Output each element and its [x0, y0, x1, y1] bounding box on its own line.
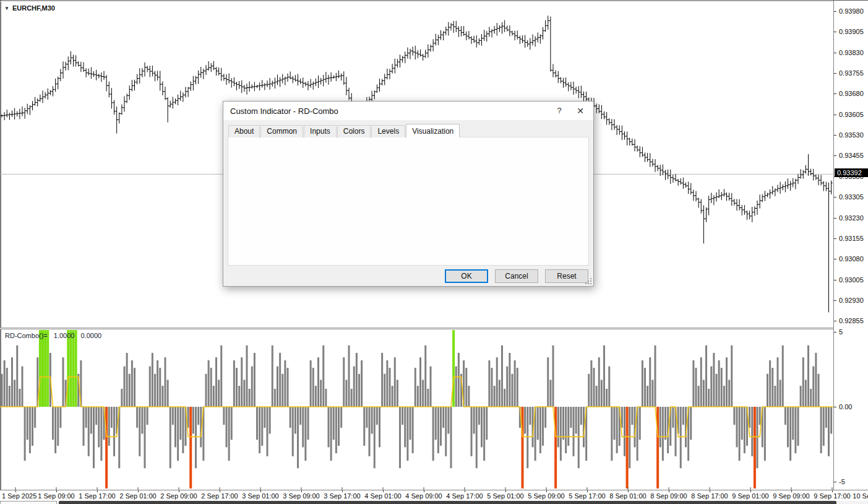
- histogram-bar: [205, 374, 207, 407]
- histogram-bar: [716, 374, 718, 407]
- time-axis-label: 2 Sep 09:00: [160, 492, 197, 500]
- scrollbar-thumb[interactable]: [59, 501, 836, 504]
- ohlc-bar: [118, 113, 121, 124]
- ohlc-bar: [751, 207, 754, 222]
- close-icon[interactable]: ✕: [571, 104, 590, 118]
- help-icon[interactable]: ?: [550, 104, 569, 118]
- ohlc-bar: [521, 35, 523, 43]
- histogram-bar: [567, 407, 569, 446]
- ohlc-bar: [256, 85, 258, 88]
- histogram-bar: [312, 368, 314, 407]
- ohlc-bar: [54, 79, 56, 92]
- histogram-bar: [774, 386, 776, 407]
- histogram-bar: [823, 407, 825, 446]
- resize-grip[interactable]: [585, 277, 591, 284]
- axis-tick: [834, 115, 836, 115]
- indicator-panel-canvas[interactable]: [0, 329, 833, 490]
- histogram-bar: [22, 367, 24, 407]
- ohlc-bar: [156, 71, 158, 80]
- histogram-bar: [751, 407, 753, 456]
- histogram-bar: [256, 407, 258, 440]
- indicator-axis-label: 5: [839, 328, 843, 336]
- histogram-bar: [95, 407, 97, 425]
- histogram-bar: [254, 353, 256, 407]
- price-axis-label: 0.93980: [839, 7, 864, 15]
- signal-histogram-bar: [626, 407, 629, 489]
- histogram-bar: [718, 360, 720, 407]
- histogram-bar: [317, 357, 319, 407]
- histogram-bar: [639, 407, 641, 440]
- price-axis-label: 0.93305: [839, 193, 864, 201]
- ohlc-bar: [424, 50, 427, 58]
- histogram-bar: [287, 368, 289, 407]
- ohlc-bar: [264, 83, 266, 90]
- tab-inputs[interactable]: Inputs: [304, 125, 337, 137]
- histogram-bar: [139, 407, 140, 456]
- ohlc-bar: [595, 103, 598, 113]
- ohlc-bar: [419, 50, 421, 57]
- histogram-bar: [52, 407, 54, 440]
- ohlc-bar: [736, 199, 738, 211]
- scrollbar-track-box[interactable]: [0, 501, 57, 504]
- reset-button[interactable]: Reset: [545, 269, 588, 283]
- histogram-bar: [800, 386, 802, 407]
- histogram-bar: [233, 360, 235, 407]
- histogram-bar: [366, 407, 367, 428]
- histogram-bar: [726, 357, 728, 407]
- ohlc-bar: [176, 95, 179, 105]
- histogram-bar: [322, 345, 324, 407]
- histogram-bar: [376, 407, 378, 425]
- histogram-bar: [784, 407, 786, 425]
- cancel-button[interactable]: Cancel: [495, 269, 538, 283]
- ohlc-bar: [174, 98, 176, 104]
- ohlc-bar: [536, 32, 539, 42]
- ohlc-bar: [92, 71, 95, 77]
- tab-about[interactable]: About: [228, 125, 260, 137]
- dialog-title-bar[interactable]: Custom Indicator - RD-Combo ? ✕: [223, 102, 593, 120]
- tab-common[interactable]: Common: [260, 125, 303, 137]
- histogram-bar: [24, 407, 26, 461]
- tab-visualization[interactable]: Visualization: [406, 124, 460, 137]
- ohlc-bar: [768, 189, 771, 199]
- symbol-selector[interactable]: ▼ EURCHF,M30: [4, 4, 55, 12]
- histogram-bar: [356, 353, 358, 407]
- ohlc-bar: [523, 35, 526, 48]
- histogram-bar: [435, 407, 437, 440]
- ohlc-bar: [539, 34, 541, 43]
- ohlc-bar: [100, 72, 103, 82]
- ohlc-bar: [416, 50, 419, 58]
- histogram-bar: [741, 407, 743, 440]
- ohlc-bar: [215, 67, 217, 76]
- tab-levels[interactable]: Levels: [371, 125, 405, 137]
- time-axis[interactable]: 1 Sep 20251 Sep 09:001 Sep 17:002 Sep 01…: [0, 490, 868, 501]
- ohlc-bar: [258, 82, 260, 90]
- histogram-bar: [274, 389, 276, 407]
- tab-colors[interactable]: Colors: [337, 125, 371, 137]
- histogram-bar: [476, 407, 478, 468]
- histogram-bar: [771, 368, 773, 407]
- ohlc-bar: [503, 20, 505, 32]
- ohlc-bar: [830, 181, 832, 194]
- price-axis[interactable]: 0.93392 0.939800.939050.938300.937550.93…: [833, 1, 868, 490]
- histogram-bar: [759, 407, 761, 425]
- ohlc-bar: [304, 82, 307, 86]
- ohlc-bar: [1, 115, 3, 118]
- histogram-bar: [62, 357, 64, 407]
- histogram-bar: [304, 407, 306, 461]
- axis-tick: [834, 155, 836, 156]
- mt4-chart-window: { "window": { "symbol_label": "EURCHF,M3…: [0, 0, 868, 504]
- ohlc-bar: [46, 89, 49, 100]
- histogram-bar: [481, 407, 483, 447]
- ohlc-bar: [289, 71, 291, 79]
- histogram-bar: [249, 389, 251, 407]
- histogram-bar: [16, 345, 18, 407]
- ok-button[interactable]: OK: [445, 269, 488, 283]
- ohlc-bar: [64, 62, 67, 71]
- ohlc-bar: [82, 62, 85, 72]
- histogram-bar: [261, 407, 263, 446]
- histogram-bar: [251, 367, 253, 407]
- histogram-bar: [121, 389, 122, 407]
- histogram-bar: [374, 407, 376, 468]
- price-axis-label: 0.92855: [839, 317, 864, 324]
- ohlc-bar: [776, 185, 779, 192]
